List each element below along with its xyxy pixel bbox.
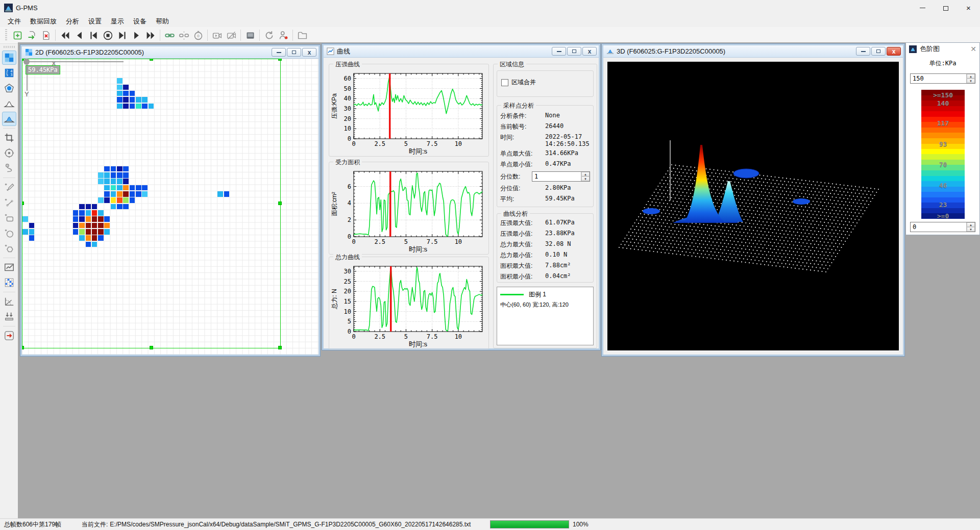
curve-chart-icon xyxy=(327,47,334,55)
2d-restore-button[interactable] xyxy=(287,48,301,57)
export-file-button[interactable] xyxy=(24,28,39,42)
svg-text:时间:s: 时间:s xyxy=(409,340,428,348)
color-scale-titlebar[interactable]: 色阶图 ✕ xyxy=(906,43,979,55)
main-peak xyxy=(684,145,724,222)
menu-item-5[interactable]: 设备 xyxy=(129,15,151,28)
2d-minimize-button[interactable] xyxy=(272,48,286,57)
region-merge-checkbox[interactable] xyxy=(501,79,508,86)
3d-close-button[interactable]: x xyxy=(887,47,901,56)
max-up-button[interactable]: ▲ xyxy=(967,74,975,79)
toolbar-grip[interactable] xyxy=(5,29,7,41)
force-chart-title: 总力曲线 xyxy=(333,253,362,262)
skip-back-button[interactable] xyxy=(58,28,72,42)
delete-file-button[interactable] xyxy=(39,28,53,42)
play-button[interactable] xyxy=(129,28,143,42)
menu-item-0[interactable]: 文件 xyxy=(3,15,26,28)
heatmap-cell xyxy=(117,91,122,96)
selection-handle[interactable] xyxy=(278,201,282,205)
quantile-spinner[interactable]: 1 ▲▼ xyxy=(532,171,590,182)
quantile-up-button[interactable]: ▲ xyxy=(581,172,590,176)
view-3d-tool-button[interactable] xyxy=(2,112,16,126)
heatmap-cell xyxy=(92,216,97,222)
axis-origin-handle[interactable] xyxy=(23,59,30,65)
menu-item-1[interactable]: 数据回放 xyxy=(26,15,61,28)
view-2d-tool-button[interactable] xyxy=(2,51,16,65)
heatmap-canvas[interactable]: X Y 59.45KPa xyxy=(22,59,318,355)
heatmap-cell xyxy=(92,235,97,241)
window-2d-titlebar[interactable]: 2D (F606025:G-F1P3D2205C00005) x xyxy=(22,46,318,59)
fast-forward-button[interactable] xyxy=(143,28,158,42)
unlink-button[interactable] xyxy=(177,28,191,42)
draw-hexagon-tool-button[interactable] xyxy=(2,241,16,256)
svg-text:20: 20 xyxy=(344,115,351,122)
heatmap-cell xyxy=(86,242,91,247)
draw-circle-tool-button[interactable] xyxy=(2,226,16,240)
max-down-button[interactable]: ▼ xyxy=(967,79,975,83)
window-maximize-button[interactable] xyxy=(934,0,957,15)
chart-tool-button[interactable] xyxy=(2,260,16,274)
new-button[interactable] xyxy=(10,28,24,42)
link-button[interactable] xyxy=(162,28,177,42)
selection-handle[interactable] xyxy=(22,201,24,205)
view-3d-wire-tool-button[interactable] xyxy=(2,96,16,111)
window-curves-titlebar[interactable]: 曲线 x xyxy=(324,45,599,58)
min-up-button[interactable]: ▲ xyxy=(967,222,975,227)
display-button[interactable] xyxy=(243,28,257,42)
draw-line-tool-button[interactable] xyxy=(2,195,16,210)
selection-handle[interactable] xyxy=(22,346,24,349)
selection-handle[interactable] xyxy=(278,346,282,349)
exit-tool-button[interactable] xyxy=(2,329,16,343)
timer-button[interactable]: 0 xyxy=(191,28,205,42)
heatmap-cell xyxy=(22,229,28,235)
3d-restore-button[interactable] xyxy=(871,47,886,56)
selection-handle[interactable] xyxy=(150,346,153,349)
status-bar: 总帧数606中第179帧 当前文件: E:/PMS/codes/SMPressu… xyxy=(0,518,980,530)
selection-handle[interactable] xyxy=(278,59,282,61)
titlebar[interactable]: G-PMS × xyxy=(0,0,980,15)
record-user-button[interactable] xyxy=(276,28,290,42)
scene-3d-canvas[interactable] xyxy=(607,62,899,350)
quantile-down-button[interactable]: ▼ xyxy=(581,176,590,181)
curves-restore-button[interactable] xyxy=(567,47,581,56)
selection-rect[interactable] xyxy=(22,59,281,348)
record-video-button[interactable] xyxy=(210,28,224,42)
go-end-button[interactable] xyxy=(115,28,129,42)
curves-minimize-button[interactable] xyxy=(552,47,566,56)
menu-item-3[interactable]: 设置 xyxy=(84,15,106,28)
draw-pencil-tool-button[interactable] xyxy=(2,180,16,194)
view-region-tool-button[interactable] xyxy=(2,81,16,95)
folder-button[interactable] xyxy=(295,28,309,42)
window-close-button[interactable]: × xyxy=(957,0,980,15)
min-down-button[interactable]: ▼ xyxy=(967,227,975,232)
2d-close-button[interactable]: x xyxy=(302,48,316,57)
angle-tool-button[interactable] xyxy=(2,294,16,309)
window-3d-titlebar[interactable]: 3D (F606025:G-F1P3D2205C00005) x xyxy=(603,45,903,58)
color-scale-max-spinner[interactable]: 150 ▲▼ xyxy=(910,73,975,84)
info-row: 分位值:2.80KPa xyxy=(497,183,593,194)
draw-rect-tool-button[interactable] xyxy=(2,211,16,225)
menu-item-2[interactable]: 分析 xyxy=(61,15,84,28)
menu-item-4[interactable]: 显示 xyxy=(106,15,129,28)
stop-button[interactable] xyxy=(101,28,115,42)
curves-close-button[interactable]: x xyxy=(582,47,597,56)
step-back-button[interactable] xyxy=(72,28,86,42)
side-toolbar-grip[interactable] xyxy=(4,46,15,48)
route-tool-button[interactable] xyxy=(2,161,16,175)
window-minimize-button[interactable] xyxy=(911,0,934,15)
crop-tool-button[interactable] xyxy=(2,131,16,145)
grid-data-tool-button[interactable] xyxy=(2,275,16,290)
press-tool-button[interactable] xyxy=(2,310,16,324)
selection-handle[interactable] xyxy=(150,59,153,61)
color-scale-close-icon[interactable]: ✕ xyxy=(970,45,976,53)
refresh-button[interactable] xyxy=(262,28,276,42)
3d-minimize-button[interactable] xyxy=(856,47,870,56)
color-scale-min-spinner[interactable]: 0 ▲▼ xyxy=(910,222,975,232)
menu-item-6[interactable]: 帮助 xyxy=(151,15,174,28)
gradient-label: 23 xyxy=(921,201,965,209)
no-video-button[interactable] xyxy=(224,28,238,42)
target-tool-button[interactable] xyxy=(2,146,16,160)
info-row: 总力最大值:32.08 N xyxy=(497,239,593,250)
force-chart: 05101520253002.557.510时间:s总力: N xyxy=(330,262,487,349)
view-numbers-tool-button[interactable]: 2 45 3 xyxy=(2,66,16,80)
go-start-button[interactable] xyxy=(86,28,101,42)
